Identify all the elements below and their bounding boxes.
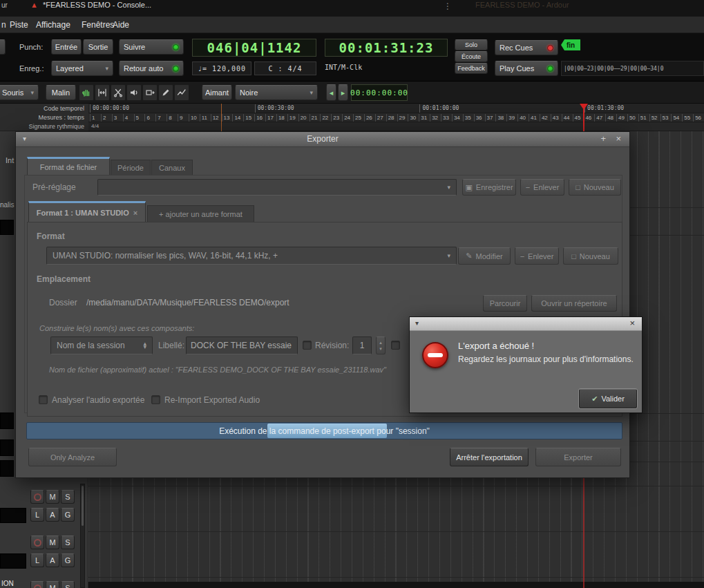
preset-remove-button[interactable]: − Enlever (520, 179, 564, 196)
track-name-box[interactable] (0, 553, 26, 569)
revision-checkbox[interactable] (303, 341, 312, 350)
spin-down-icon[interactable]: ▾ (379, 346, 382, 352)
menu-fenetres[interactable]: Fenêtres (82, 20, 114, 30)
group-button[interactable]: G (61, 553, 75, 567)
solo-track-button[interactable]: S (61, 581, 75, 588)
secondary-clock[interactable]: 00:01:31:23 (325, 39, 448, 57)
menu-overflow-icon[interactable]: ⋮ (444, 1, 452, 11)
open-folder-button[interactable]: Ouvrir un répertoire (531, 295, 617, 312)
mute-button[interactable]: M (46, 581, 59, 588)
record-arm-button[interactable] (30, 535, 44, 549)
folder-path-field[interactable]: /media/manu/DATA/Musique/FEARLESS DEMO/e… (86, 298, 289, 307)
validate-button[interactable]: ✔ Valider (579, 389, 637, 408)
solo-track-button[interactable]: S (61, 490, 75, 504)
solo-button[interactable]: Solo (455, 39, 488, 50)
maximize-icon[interactable]: + (600, 133, 606, 144)
menu-piste[interactable]: Piste (10, 20, 28, 30)
bars-ruler[interactable]: 1234567891011121314151617181920212223242… (88, 113, 704, 122)
play-cues-button[interactable]: Play Cues (495, 61, 558, 76)
feedback-button[interactable]: Feedback (455, 63, 488, 74)
layers-button[interactable]: L (30, 508, 44, 522)
track-name-box[interactable] (0, 508, 26, 523)
smart-mode-button[interactable]: Malin (46, 85, 76, 100)
primary-clock[interactable]: 046|04|1142 (192, 39, 316, 57)
tab-periode[interactable]: Période (111, 160, 151, 176)
edit-tool-button[interactable] (174, 84, 189, 101)
mini-timeline[interactable]: |00|00—23|00|00——29|00|00—34|0 (561, 61, 704, 76)
record-mode-select[interactable]: Layered ▾ (51, 61, 113, 76)
record-arm-button[interactable] (30, 490, 44, 504)
range-tool-button[interactable] (95, 84, 110, 101)
export-button[interactable]: Exporter (535, 448, 621, 466)
format-modify-button[interactable]: ✎ Modifier (458, 247, 511, 265)
spin-up-icon[interactable]: ▴ (379, 340, 382, 345)
rec-cues-button[interactable]: Rec Cues (495, 40, 558, 55)
pencil-icon (160, 87, 171, 98)
auto-return-button[interactable]: Retour auto (119, 61, 184, 76)
export-dialog-titlebar[interactable]: ▾ Exporter + × (16, 132, 629, 147)
nudge-clock[interactable]: 00:00:00:00 (351, 84, 408, 101)
tempo-button[interactable]: ♩= 120,000 (192, 61, 251, 75)
scrollbar-thumb[interactable] (82, 486, 84, 526)
revision-spinbox[interactable]: 1 (352, 336, 372, 354)
error-dialog-titlebar[interactable]: ▾ × (410, 317, 642, 331)
close-icon[interactable]: × (629, 318, 635, 328)
preset-select[interactable]: ▾ (97, 179, 457, 196)
format-tab-close-icon[interactable]: × (133, 209, 137, 217)
timecode-ruler[interactable]: 00:00:00:0000:00:30:0000:01:00:0000:01:3… (88, 104, 704, 113)
grab-tool-button[interactable] (79, 84, 94, 101)
mouse-mode-select[interactable]: Souris ▾ (0, 85, 39, 100)
analyze-checkbox[interactable] (39, 395, 48, 404)
grid-unit-select[interactable]: Noire ▾ (235, 85, 318, 100)
nudge-back-button[interactable]: ◂ (326, 84, 336, 101)
audition-tool-button[interactable] (126, 84, 142, 101)
label-input[interactable]: DOCK OF THE BAY essaie (186, 336, 298, 354)
bar-number: 28 (386, 114, 394, 122)
layers-button[interactable]: L (30, 553, 44, 567)
only-analyze-button[interactable]: Only Analyze (28, 448, 117, 466)
add-format-tab[interactable]: + ajouter un autre format (147, 205, 254, 222)
playhead-marker-icon[interactable] (580, 104, 588, 110)
tab-canaux[interactable]: Canaux (151, 160, 193, 176)
timespan-checkbox[interactable] (391, 341, 400, 350)
end-marker-flag[interactable]: fin (561, 39, 580, 50)
mute-button[interactable]: M (46, 490, 59, 504)
punch-in-button[interactable]: Entrée (51, 39, 82, 55)
track-scrollbar[interactable] (80, 484, 85, 588)
automation-button[interactable]: A (46, 508, 59, 522)
menu-aide[interactable]: Aide (113, 20, 129, 30)
preset-new-button[interactable]: □ Nouveau (569, 179, 621, 196)
follow-edits-button[interactable]: Suivre (119, 39, 184, 55)
format-remove-button[interactable]: − Enlever (515, 247, 559, 265)
menu-affichage[interactable]: Affichage (36, 20, 70, 30)
meter-button[interactable]: C : 4/4 (254, 61, 316, 75)
stop-export-button[interactable]: Arrêter l'exportation (450, 448, 529, 466)
timefx-tool-button[interactable] (142, 84, 158, 101)
format-new-button[interactable]: □ Nouveau (563, 247, 618, 265)
punch-out-button[interactable]: Sortie (83, 39, 113, 55)
window-menu-icon[interactable]: ▾ (415, 319, 419, 327)
folder-label: Dossier (49, 298, 77, 307)
nudge-forward-button[interactable]: ▸ (338, 84, 348, 101)
format-tab[interactable]: Format 1 : UMAN STUDIO × (28, 201, 146, 222)
solo-track-button[interactable]: S (61, 535, 75, 549)
clipped-left-button[interactable] (0, 39, 6, 55)
listen-button[interactable]: Écoute (455, 51, 488, 62)
reimport-checkbox[interactable] (151, 395, 160, 404)
tab-format-de-fichier[interactable]: Format de fichier (27, 157, 110, 176)
format-select[interactable]: UMAN STUDIO: normaliser les pics, WAV, 1… (46, 247, 457, 265)
draw-tool-button[interactable] (158, 84, 173, 101)
cut-tool-button[interactable] (111, 84, 126, 101)
close-icon[interactable]: × (616, 133, 621, 144)
revision-spin-buttons[interactable]: ▴ ▾ (376, 336, 386, 354)
snap-button[interactable]: Aimant (202, 85, 232, 100)
mute-button[interactable]: M (46, 535, 59, 549)
record-arm-button[interactable] (30, 581, 44, 588)
browse-button[interactable]: Parcourir (483, 295, 527, 312)
group-button[interactable]: G (61, 508, 75, 522)
preset-save-button[interactable]: ▣ Enregistrer (462, 179, 516, 196)
sync-source-button[interactable]: INT/M-Clk (325, 64, 362, 71)
name-component-select[interactable]: Nom de la session ▴▾ (50, 336, 153, 354)
automation-button[interactable]: A (46, 553, 59, 567)
signature-ruler[interactable]: 4/4 (88, 122, 704, 131)
